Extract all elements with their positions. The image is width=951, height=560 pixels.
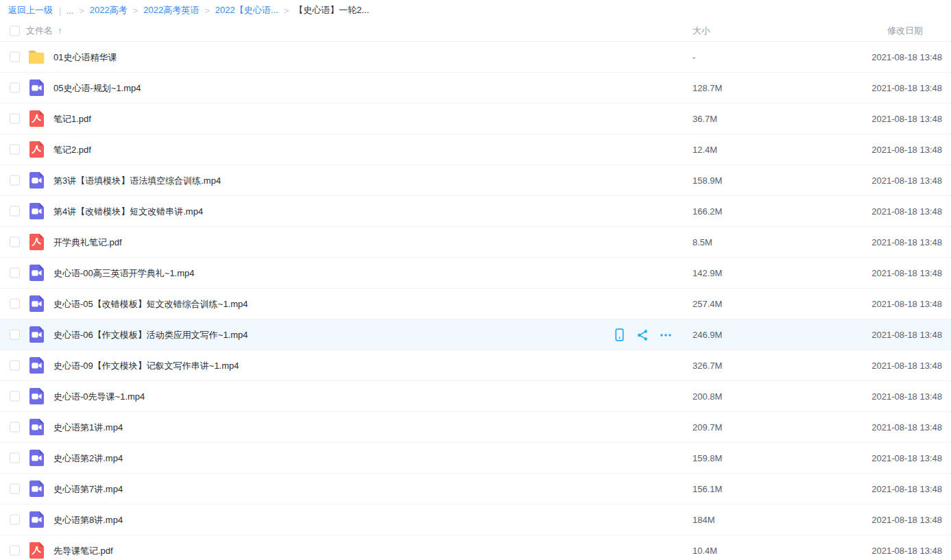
file-name[interactable]: 史心语第8讲.mp4 (53, 504, 123, 535)
device-icon[interactable] (612, 328, 626, 342)
file-name[interactable]: 史心语-0先导课~1.mp4 (53, 381, 145, 412)
row-checkbox[interactable] (10, 330, 20, 340)
row-hover-actions (612, 319, 673, 350)
file-name[interactable]: 第3讲【语填模块】语法填空综合训练.mp4 (53, 165, 221, 196)
file-size: 166.2M (693, 196, 722, 227)
file-size: 8.5M (693, 227, 712, 258)
breadcrumb-current: 【史心语】一轮2... (294, 4, 369, 16)
column-header-modified[interactable]: 修改日期 (887, 21, 923, 41)
table-row[interactable]: 史心语第1讲.mp4 209.7M 2021-08-18 13:48 (0, 412, 951, 443)
pdf-icon (27, 110, 45, 127)
table-row[interactable]: 史心语-0先导课~1.mp4 200.8M 2021-08-18 13:48 (0, 381, 951, 412)
table-row[interactable]: 笔记2.pdf 12.4M 2021-08-18 13:48 (0, 134, 951, 165)
file-modified-date: 2021-08-18 13:48 (871, 443, 942, 474)
row-checkbox[interactable] (10, 422, 20, 433)
column-header-name[interactable]: 文件名↑ (26, 21, 62, 41)
row-checkbox[interactable] (10, 145, 20, 155)
file-modified-date: 2021-08-18 13:48 (871, 42, 942, 73)
table-row[interactable]: 史心语第7讲.mp4 156.1M 2021-08-18 13:48 (0, 474, 951, 504)
table-row[interactable]: 第3讲【语填模块】语法填空综合训练.mp4 158.9M 2021-08-18 … (0, 165, 951, 196)
table-row[interactable]: 史心语第8讲.mp4 184M 2021-08-18 13:48 (0, 504, 951, 535)
file-name[interactable]: 开学典礼笔记.pdf (53, 227, 122, 258)
file-name[interactable]: 笔记2.pdf (53, 134, 91, 165)
file-name[interactable]: 史心语-05【改错模板】短文改错综合训练~1.mp4 (53, 289, 248, 319)
table-row[interactable]: 史心语-06【作文模板】活动类应用文写作~1.mp4 246.9M 2021-0… (0, 319, 951, 350)
table-row[interactable]: 先导课笔记.pdf 10.4M 2021-08-18 13:48 (0, 535, 951, 560)
breadcrumb-link[interactable]: 2022高考 (90, 4, 128, 16)
video-icon (27, 418, 45, 436)
breadcrumb-link[interactable]: 2022【史心语... (215, 4, 278, 16)
file-modified-date: 2021-08-18 13:48 (871, 504, 942, 535)
row-checkbox[interactable] (10, 546, 20, 556)
file-name[interactable]: 第4讲【改错模块】短文改错串讲.mp4 (53, 196, 203, 227)
file-list: 01史心语精华课 - 2021-08-18 13:48 05史心语-规划~1.m… (0, 42, 951, 560)
file-size: 200.8M (693, 381, 722, 412)
table-row[interactable]: 史心语-05【改错模板】短文改错综合训练~1.mp4 257.4M 2021-0… (0, 289, 951, 319)
video-icon (27, 356, 45, 374)
file-size: 209.7M (693, 412, 722, 443)
pdf-icon (27, 233, 45, 251)
sort-ascending-icon[interactable]: ↑ (58, 25, 62, 36)
file-modified-date: 2021-08-18 13:48 (871, 474, 942, 504)
file-name[interactable]: 史心语第2讲.mp4 (53, 443, 123, 474)
column-header-size[interactable]: 大小 (693, 21, 710, 41)
file-modified-date: 2021-08-18 13:48 (871, 319, 942, 350)
video-icon (27, 202, 45, 220)
file-name[interactable]: 01史心语精华课 (53, 42, 117, 73)
file-size: 142.9M (693, 258, 722, 289)
video-icon (27, 480, 45, 498)
row-checkbox[interactable] (10, 237, 20, 247)
share-icon[interactable] (636, 328, 649, 342)
file-size: 156.1M (693, 474, 722, 504)
row-checkbox[interactable] (10, 391, 20, 402)
row-checkbox[interactable] (10, 268, 20, 278)
file-name[interactable]: 史心语-00高三英语开学典礼~1.mp4 (53, 258, 195, 289)
file-name[interactable]: 史心语第7讲.mp4 (53, 474, 123, 504)
table-row[interactable]: 史心语-00高三英语开学典礼~1.mp4 142.9M 2021-08-18 1… (0, 258, 951, 289)
table-row[interactable]: 史心语第2讲.mp4 159.8M 2021-08-18 13:48 (0, 443, 951, 474)
video-icon (27, 264, 45, 282)
file-modified-date: 2021-08-18 13:48 (871, 73, 942, 104)
table-row[interactable]: 01史心语精华课 - 2021-08-18 13:48 (0, 42, 951, 73)
file-name[interactable]: 史心语-09【作文模块】记叙文写作串讲~1.mp4 (53, 350, 239, 381)
table-row[interactable]: 笔记1.pdf 36.7M 2021-08-18 13:48 (0, 104, 951, 134)
row-checkbox[interactable] (10, 52, 20, 62)
table-row[interactable]: 05史心语-规划~1.mp4 128.7M 2021-08-18 13:48 (0, 73, 951, 104)
row-checkbox[interactable] (10, 114, 20, 124)
file-name[interactable]: 笔记1.pdf (53, 104, 91, 134)
row-checkbox[interactable] (10, 175, 20, 186)
file-name[interactable]: 05史心语-规划~1.mp4 (53, 73, 141, 104)
file-size: - (693, 42, 695, 73)
breadcrumb-separator: > (284, 5, 289, 16)
breadcrumb-link[interactable]: 2022高考英语 (143, 4, 199, 16)
table-row[interactable]: 史心语-09【作文模块】记叙文写作串讲~1.mp4 326.7M 2021-08… (0, 350, 951, 381)
file-modified-date: 2021-08-18 13:48 (871, 258, 942, 289)
file-modified-date: 2021-08-18 13:48 (871, 350, 942, 381)
file-size: 12.4M (693, 134, 717, 165)
table-row[interactable]: 开学典礼笔记.pdf 8.5M 2021-08-18 13:48 (0, 227, 951, 258)
breadcrumb-pipe-separator: | (59, 5, 61, 16)
video-icon (27, 511, 45, 528)
select-all-checkbox[interactable] (10, 26, 20, 36)
row-checkbox[interactable] (10, 299, 20, 309)
row-checkbox[interactable] (10, 83, 20, 93)
file-modified-date: 2021-08-18 13:48 (871, 196, 942, 227)
column-header-name-label: 文件名 (26, 25, 53, 36)
back-link[interactable]: 返回上一级 (8, 4, 53, 16)
video-icon (27, 79, 45, 97)
file-modified-date: 2021-08-18 13:48 (871, 381, 942, 412)
breadcrumb-ellipsis[interactable]: ... (66, 5, 73, 16)
file-name[interactable]: 先导课笔记.pdf (53, 535, 113, 560)
video-icon (27, 449, 45, 467)
file-name[interactable]: 史心语-06【作文模板】活动类应用文写作~1.mp4 (53, 319, 248, 350)
video-icon (27, 326, 45, 343)
video-icon (27, 171, 45, 189)
more-icon[interactable] (659, 328, 673, 342)
row-checkbox[interactable] (10, 361, 20, 371)
row-checkbox[interactable] (10, 453, 20, 463)
row-checkbox[interactable] (10, 515, 20, 525)
file-name[interactable]: 史心语第1讲.mp4 (53, 412, 123, 443)
table-row[interactable]: 第4讲【改错模块】短文改错串讲.mp4 166.2M 2021-08-18 13… (0, 196, 951, 227)
row-checkbox[interactable] (10, 206, 20, 217)
row-checkbox[interactable] (10, 484, 20, 494)
